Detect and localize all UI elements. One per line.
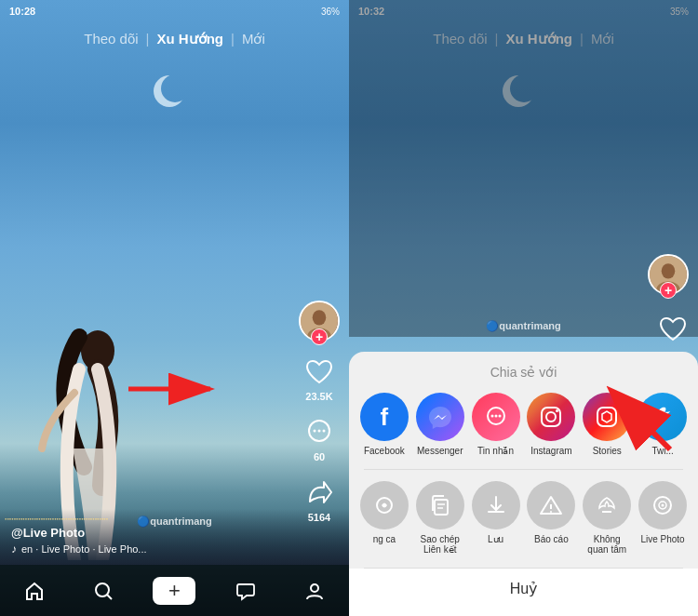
cancel-button[interactable]: Huỷ <box>349 569 698 616</box>
share-row-2: ng ca Sao chépLiên kết <box>349 481 698 555</box>
share-luu[interactable]: Lưu <box>472 481 520 555</box>
left-phone: 10:28 36% Theo dõi | Xu Hướng | Mới <box>0 0 349 616</box>
khongquantan-label: Khôngquan tâm <box>587 534 626 555</box>
watermark-left: 🔵quantrimang <box>137 516 212 528</box>
share-count-left: 5164 <box>308 512 330 523</box>
avatar-plus-right: + <box>660 282 677 299</box>
svg-point-2 <box>313 310 327 325</box>
red-arrow-left <box>128 370 221 411</box>
svg-point-19 <box>498 415 501 418</box>
music-ticker-left: ♪ en · Live Photo · Live Pho... <box>11 542 293 556</box>
music-text-left: en · Live Photo · Live Pho... <box>21 543 147 555</box>
ngca-icon <box>360 481 409 529</box>
saochep-icon <box>416 481 464 529</box>
heart-icon-left <box>302 355 336 388</box>
tab-theodoi-left[interactable]: Theo dõi <box>84 31 138 47</box>
svg-line-11 <box>107 595 112 599</box>
bottom-nav-left: + <box>0 565 349 616</box>
luu-icon <box>472 481 520 529</box>
livephoto-label: Live Photo <box>640 534 684 544</box>
share-tinnhan[interactable]: Tin nhắn <box>472 393 520 456</box>
status-bar-left: 10:28 36% <box>0 0 349 22</box>
time-left: 10:28 <box>9 6 35 17</box>
share-ngca[interactable]: ng ca <box>360 481 409 555</box>
svg-point-14 <box>662 263 676 278</box>
instagram-label: Instagram <box>530 446 571 456</box>
livephoto-icon <box>638 481 687 529</box>
watermark-right: 🔵quantrimang <box>486 320 561 332</box>
status-right: 36% <box>321 7 340 17</box>
heart-right[interactable] <box>659 315 687 341</box>
svg-point-12 <box>311 584 318 592</box>
comment-icon-left <box>302 415 336 449</box>
ngca-label: ng ca <box>373 534 396 544</box>
moon-decoration <box>161 74 189 102</box>
avatar-plus-left[interactable]: + <box>311 328 328 345</box>
svg-point-21 <box>546 412 556 422</box>
like-button-left[interactable]: 23.5K <box>302 355 336 402</box>
facebook-icon: f <box>360 393 409 441</box>
share-button-left[interactable]: 5164 <box>302 475 336 523</box>
messenger-icon <box>416 393 464 441</box>
nav-inbox-left[interactable] <box>227 572 264 609</box>
baocao-icon <box>527 481 575 529</box>
nav-profile-left[interactable] <box>296 572 333 609</box>
share-facebook[interactable]: f Facebook <box>360 393 409 456</box>
divider1-left: | <box>146 31 150 47</box>
share-baocao[interactable]: Báo cáo <box>527 481 575 555</box>
share-instagram[interactable]: Instagram <box>527 393 575 456</box>
username-left: @Live Photo <box>11 526 293 540</box>
svg-point-10 <box>96 583 109 596</box>
svg-point-28 <box>550 511 552 513</box>
music-note-left: ♪ <box>11 542 17 556</box>
nav-create-left[interactable]: + <box>153 577 195 605</box>
bottom-info-left: @Live Photo ♪ en · Live Photo · Live Pho… <box>11 526 293 556</box>
comment-button-left[interactable]: 60 <box>302 415 336 462</box>
tab-xuhuong-left[interactable]: Xu Hướng <box>157 31 224 47</box>
svg-point-17 <box>490 415 493 418</box>
right-phone: 10:32 35% Theo dõi | Xu Hướng | Mới + <box>349 0 698 616</box>
share-divider <box>364 469 683 470</box>
instagram-icon <box>527 393 575 441</box>
avatar-container-left[interactable]: + <box>299 301 340 341</box>
divider2-left: | <box>231 31 235 47</box>
nav-tabs-left: Theo dõi | Xu Hướng | Mới <box>0 26 349 52</box>
share-icon-left <box>302 475 336 509</box>
messenger-label: Messenger <box>417 446 463 456</box>
svg-point-6 <box>318 430 321 433</box>
avatar-right[interactable]: + <box>648 254 689 295</box>
nav-home-left[interactable] <box>16 572 53 609</box>
svg-point-22 <box>556 409 558 412</box>
share-messenger[interactable]: Messenger <box>416 393 464 456</box>
tinnhan-icon <box>472 393 520 441</box>
tab-moi-left[interactable]: Mới <box>242 31 265 47</box>
saochep-label: Sao chépLiên kết <box>421 534 460 555</box>
khongquantan-icon <box>583 481 631 529</box>
facebook-label: Facebook <box>364 446 405 456</box>
share-saochep[interactable]: Sao chépLiên kết <box>416 481 464 555</box>
luu-label: Lưu <box>488 534 503 544</box>
baocao-label: Báo cáo <box>534 534 569 544</box>
svg-point-18 <box>494 415 497 418</box>
comment-count-left: 60 <box>314 451 325 462</box>
like-count-left: 23.5K <box>305 391 332 402</box>
red-arrow-right <box>596 375 679 462</box>
tinnhan-label: Tin nhắn <box>477 446 514 456</box>
share-khongquantan[interactable]: Khôngquan tâm <box>583 481 631 555</box>
right-actions-left: + 23.5K 60 <box>299 301 340 523</box>
overlay-dim <box>349 0 698 337</box>
share-livephoto[interactable]: Live Photo <box>638 481 687 555</box>
svg-point-7 <box>323 430 326 433</box>
svg-line-33 <box>614 394 670 449</box>
nav-search-left[interactable] <box>85 572 122 609</box>
svg-point-31 <box>662 504 664 507</box>
svg-point-5 <box>314 430 316 433</box>
battery-left: 36% <box>321 7 340 17</box>
